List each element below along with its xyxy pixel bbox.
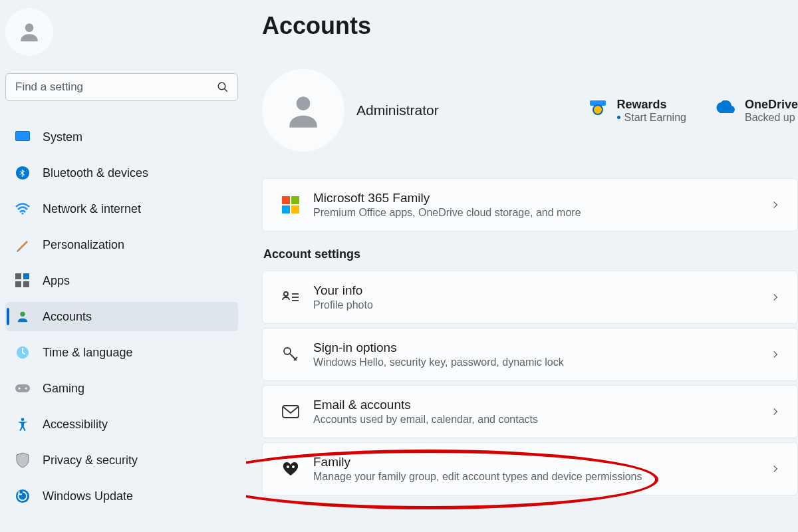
sidebar-item-label: Accessibility <box>43 418 108 432</box>
onedrive-sub: Backed up <box>745 112 795 124</box>
person-icon <box>17 19 42 45</box>
svg-rect-10 <box>23 281 29 287</box>
sidebar-item-label: System <box>43 130 82 144</box>
svg-point-21 <box>284 292 288 296</box>
card-sub: Manage your family group, edit account t… <box>313 471 765 483</box>
sidebar-item-label: Personalization <box>43 238 124 252</box>
chevron-right-icon <box>771 464 780 473</box>
paintbrush-icon <box>15 237 31 253</box>
section-label-account-settings: Account settings <box>263 247 798 261</box>
chevron-right-icon <box>771 200 780 209</box>
card-email-accounts[interactable]: Email & accounts Accounts used by email,… <box>262 385 798 438</box>
bluetooth-icon <box>15 165 31 181</box>
svg-point-6 <box>22 213 24 215</box>
sidebar-item-label: Network & internet <box>43 202 141 216</box>
card-title: Family <box>313 455 765 469</box>
sidebar-item-apps[interactable]: Apps <box>5 266 238 295</box>
svg-rect-4 <box>16 132 29 140</box>
rewards-tile[interactable]: Rewards Start Earning <box>588 98 686 124</box>
account-username: Administrator <box>356 102 439 118</box>
sidebar-item-label: Windows Update <box>43 489 133 503</box>
svg-point-16 <box>21 418 25 421</box>
chevron-right-icon <box>771 293 780 302</box>
sidebar-item-label: Bluetooth & devices <box>43 166 148 180</box>
sidebar-item-network[interactable]: Network & internet <box>5 194 238 223</box>
gamepad-icon <box>15 380 31 396</box>
account-avatar[interactable] <box>262 69 344 152</box>
search-container <box>5 73 238 101</box>
account-header: Administrator Rewards Start Earning OneD… <box>262 69 798 152</box>
svg-point-28 <box>292 466 295 468</box>
onedrive-tile[interactable]: OneDrive Backed up <box>713 98 798 124</box>
sidebar-item-label: Apps <box>43 274 70 288</box>
bullet-icon <box>617 116 620 119</box>
sidebar-item-time-language[interactable]: Time & language <box>5 338 238 367</box>
chevron-right-icon <box>771 407 780 416</box>
rewards-icon <box>588 98 608 118</box>
sidebar-nav: System Bluetooth & devices Network & int… <box>5 122 238 516</box>
onedrive-title: OneDrive <box>745 98 798 112</box>
card-title: Email & accounts <box>313 398 765 412</box>
sidebar-item-gaming[interactable]: Gaming <box>5 374 238 403</box>
sidebar-item-system[interactable]: System <box>5 122 238 152</box>
sidebar-item-label: Gaming <box>43 382 84 396</box>
svg-point-27 <box>287 466 289 468</box>
svg-point-1 <box>218 82 225 90</box>
svg-point-11 <box>20 312 25 317</box>
page-title: Accounts <box>262 12 798 40</box>
cloud-icon <box>713 100 735 115</box>
card-sub: Premium Office apps, OneDrive cloud stor… <box>313 207 765 219</box>
sidebar: System Bluetooth & devices Network & int… <box>0 0 246 532</box>
sidebar-item-windows-update[interactable]: Windows Update <box>5 481 238 511</box>
svg-point-18 <box>297 96 311 110</box>
apps-icon <box>15 273 31 289</box>
svg-rect-8 <box>23 273 29 279</box>
person-badge-icon <box>15 309 31 325</box>
card-family[interactable]: Family Manage your family group, edit ac… <box>262 442 798 495</box>
svg-rect-26 <box>283 406 299 418</box>
svg-point-25 <box>284 348 291 354</box>
card-title: Microsoft 365 Family <box>313 191 765 205</box>
key-icon <box>280 346 301 363</box>
card-sub: Windows Hello, security key, password, d… <box>313 356 765 368</box>
sidebar-item-privacy[interactable]: Privacy & security <box>5 446 238 475</box>
svg-rect-13 <box>15 384 30 392</box>
main-content: Accounts Administrator Rewards Start Ear… <box>246 0 798 532</box>
card-m365[interactable]: Microsoft 365 Family Premium Office apps… <box>262 178 798 231</box>
svg-rect-9 <box>15 281 21 287</box>
chevron-right-icon <box>771 350 780 359</box>
card-your-info[interactable]: Your info Profile photo <box>262 271 798 324</box>
shield-icon <box>15 452 31 468</box>
card-title: Sign-in options <box>313 340 765 355</box>
sidebar-item-label: Accounts <box>43 310 92 324</box>
svg-rect-7 <box>15 273 21 279</box>
card-sub: Accounts used by email, calendar, and co… <box>313 414 765 426</box>
sidebar-item-accessibility[interactable]: Accessibility <box>5 410 238 439</box>
accessibility-icon <box>15 416 31 432</box>
sidebar-item-personalization[interactable]: Personalization <box>5 230 238 259</box>
svg-point-15 <box>25 388 27 390</box>
sidebar-avatar[interactable] <box>5 8 53 56</box>
update-icon <box>15 488 31 504</box>
mail-icon <box>280 405 301 418</box>
svg-point-0 <box>25 23 34 32</box>
person-icon <box>283 90 324 131</box>
display-icon <box>15 129 31 145</box>
sidebar-item-accounts[interactable]: Accounts <box>5 302 238 331</box>
people-list-icon <box>280 290 301 305</box>
card-title: Your info <box>313 283 765 298</box>
sidebar-item-label: Time & language <box>43 346 132 360</box>
rewards-title: Rewards <box>617 98 686 112</box>
search-icon <box>217 81 229 93</box>
sidebar-item-label: Privacy & security <box>43 454 138 467</box>
search-input[interactable] <box>5 73 238 101</box>
card-signin-options[interactable]: Sign-in options Windows Hello, security … <box>262 328 798 381</box>
svg-point-14 <box>19 388 21 390</box>
sidebar-item-bluetooth[interactable]: Bluetooth & devices <box>5 158 238 188</box>
family-heart-icon <box>280 461 301 477</box>
globe-clock-icon <box>15 344 31 360</box>
wifi-icon <box>15 201 31 217</box>
card-sub: Profile photo <box>313 299 765 311</box>
microsoft-logo-icon <box>282 196 299 213</box>
svg-point-20 <box>593 105 602 114</box>
